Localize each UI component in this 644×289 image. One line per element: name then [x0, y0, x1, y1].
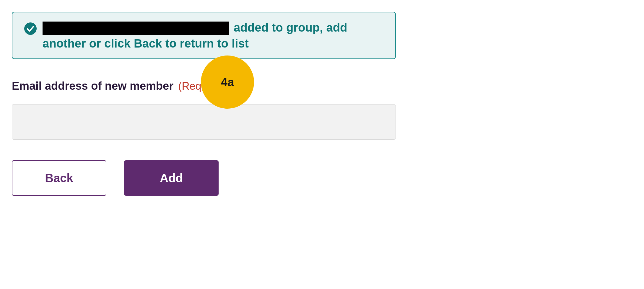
- alert-message: added to group, add another or click Bac…: [43, 19, 383, 51]
- success-alert: added to group, add another or click Bac…: [12, 12, 396, 59]
- checkmark-icon: [24, 22, 37, 36]
- back-button[interactable]: Back: [12, 160, 106, 196]
- button-row: Back Add: [12, 160, 396, 196]
- annotation-badge-text: 4a: [221, 76, 234, 89]
- svg-point-0: [24, 22, 37, 35]
- form-container: added to group, add another or click Bac…: [12, 12, 396, 196]
- email-label: Email address of new member: [12, 80, 173, 92]
- back-button-label: Back: [45, 172, 73, 185]
- annotation-badge: 4a: [201, 55, 254, 109]
- add-button-label: Add: [160, 172, 183, 185]
- email-input[interactable]: [12, 104, 396, 140]
- email-field-group: Email address of new member (Required) 4…: [12, 80, 396, 140]
- add-button[interactable]: Add: [124, 160, 219, 196]
- redacted-block: [43, 22, 229, 35]
